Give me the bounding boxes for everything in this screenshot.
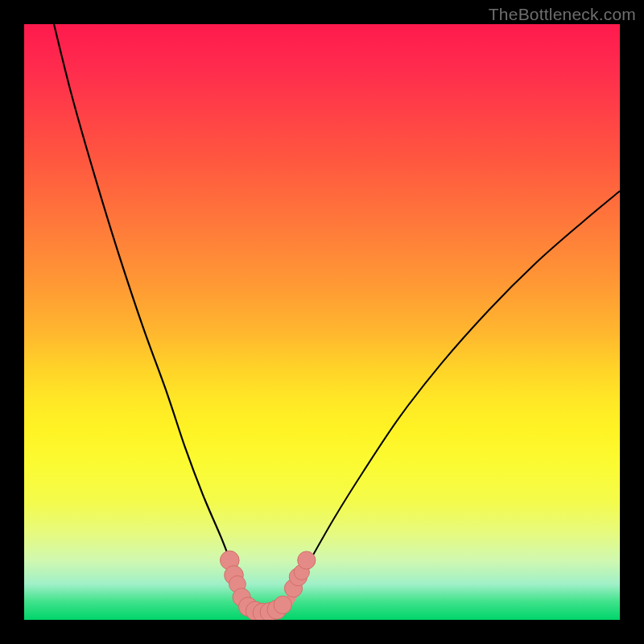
valley-marker — [298, 551, 316, 569]
watermark-text: TheBottleneck.com — [489, 5, 636, 24]
valley-marker — [253, 603, 272, 620]
valley-floor-markers-line — [238, 596, 292, 613]
chart-overlay — [24, 24, 620, 620]
valley-marker — [289, 568, 307, 586]
valley-marker — [284, 580, 302, 597]
valley-marker — [225, 566, 244, 585]
valley-marker — [260, 603, 279, 620]
valley-marker — [238, 597, 258, 617]
valley-marker — [229, 576, 246, 592]
valley-marker — [294, 564, 309, 580]
valley-marker — [246, 601, 265, 620]
valley-marker — [267, 601, 287, 620]
valley-markers — [221, 551, 316, 620]
plot-area — [24, 24, 620, 620]
chart-frame: TheBottleneck.com — [0, 0, 644, 644]
valley-marker — [221, 551, 240, 570]
curve-group — [54, 24, 620, 620]
valley-marker — [274, 596, 291, 613]
left-curve — [54, 24, 254, 608]
right-curve — [280, 191, 620, 608]
valley-marker — [233, 588, 250, 606]
